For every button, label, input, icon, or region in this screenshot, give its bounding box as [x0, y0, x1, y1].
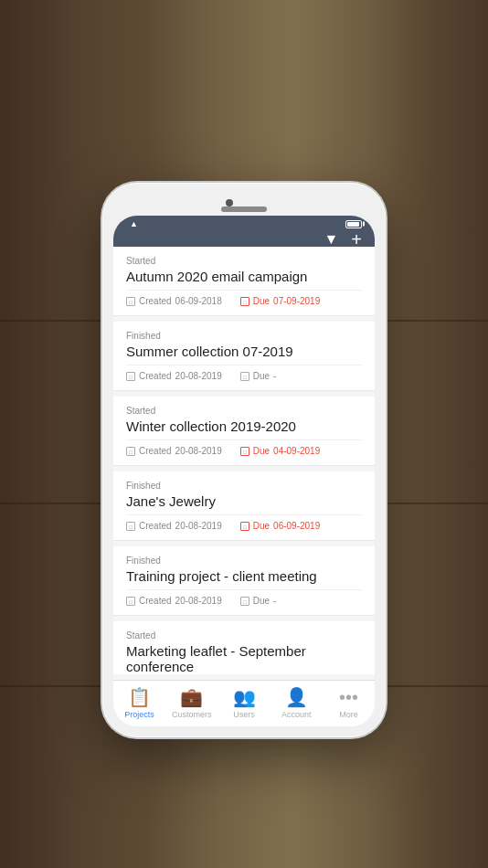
project-item[interactable]: StartedAutumn 2020 email campaign□Create…: [113, 247, 375, 316]
phone-screen: ▲ ▼ + StartedAutumn 202: [113, 216, 375, 726]
due-date: 07-09-2019: [273, 296, 320, 306]
status-carrier: ▲: [126, 219, 138, 228]
project-status: Finished: [126, 331, 362, 341]
tab-icon-account: 👤: [285, 686, 308, 708]
camera: [226, 199, 233, 206]
project-name: Marketing leaflet - September conference: [126, 643, 362, 674]
phone-top-bar: [113, 194, 375, 216]
tab-bar: 📋Projects💼Customers👥Users👤Account•••More: [113, 680, 375, 726]
tab-icon-more: •••: [339, 687, 358, 708]
nav-actions: ▼ +: [324, 229, 362, 250]
project-status: Started: [126, 630, 362, 640]
calendar-icon-due: □: [240, 372, 249, 381]
nav-bar: ▼ +: [113, 232, 375, 247]
tab-label-projects: Projects: [124, 710, 154, 719]
due-label: Due: [253, 596, 270, 606]
project-status: Started: [126, 256, 362, 266]
calendar-icon-due: □: [240, 522, 249, 531]
calendar-icon-created: □: [126, 447, 135, 456]
project-meta: □Created20-08-2019□Due06-09-2019: [126, 514, 362, 531]
created-date: 20-08-2019: [175, 371, 222, 381]
project-status: Finished: [126, 556, 362, 566]
wifi-icon: ▲: [130, 219, 138, 228]
calendar-icon-due: □: [240, 597, 249, 606]
project-meta: □Created20-08-2019□Due-: [126, 365, 362, 381]
calendar-icon-due: □: [240, 447, 249, 456]
battery-icon: [345, 220, 362, 228]
status-battery: [345, 220, 362, 228]
add-project-button[interactable]: +: [351, 229, 362, 250]
calendar-icon-due: □: [240, 297, 249, 306]
project-list: StartedAutumn 2020 email campaign□Create…: [113, 247, 375, 680]
project-name: Winter collection 2019-2020: [126, 418, 362, 434]
due-date: 04-09-2019: [273, 446, 320, 456]
due-date: -: [273, 596, 276, 606]
phone-frame: ▲ ▼ + StartedAutumn 202: [102, 183, 386, 737]
project-item[interactable]: StartedWinter collection 2019-2020□Creat…: [113, 397, 375, 466]
due-date: 06-09-2019: [273, 521, 320, 531]
project-meta: □Created20-08-2019□Due-: [126, 589, 362, 606]
project-meta: □Created06-09-2018□Due07-09-2019: [126, 290, 362, 306]
tab-item-account[interactable]: 👤Account: [271, 686, 323, 719]
project-item[interactable]: FinishedTraining project - client meetin…: [113, 546, 375, 616]
speaker: [221, 206, 267, 212]
created-date: 06-09-2018: [175, 296, 222, 306]
filter-icon[interactable]: ▼: [324, 231, 338, 248]
created-label: Created: [139, 371, 172, 381]
project-item[interactable]: FinishedSummer collection 07-2019□Create…: [113, 322, 375, 391]
project-name: Jane's Jewelry: [126, 493, 362, 509]
calendar-icon-created: □: [126, 297, 135, 306]
project-name: Summer collection 07-2019: [126, 344, 362, 359]
project-meta: □Created20-08-2019□Due04-09-2019: [126, 439, 362, 456]
tab-label-users: Users: [233, 710, 255, 719]
project-status: Finished: [126, 481, 362, 491]
project-status: Started: [126, 406, 362, 416]
tab-icon-projects: 📋: [128, 686, 151, 708]
project-item[interactable]: FinishedJane's Jewelry□Created20-08-2019…: [113, 471, 375, 541]
created-label: Created: [139, 521, 172, 531]
created-date: 20-08-2019: [175, 446, 222, 456]
project-name: Training project - client meeting: [126, 568, 362, 584]
tab-item-projects[interactable]: 📋Projects: [113, 686, 165, 719]
project-item[interactable]: StartedMarketing leaflet - September con…: [113, 621, 375, 674]
calendar-icon-created: □: [126, 597, 135, 606]
created-date: 20-08-2019: [175, 521, 222, 531]
tab-label-account: Account: [281, 710, 312, 719]
calendar-icon-created: □: [126, 522, 135, 531]
calendar-icon-created: □: [126, 372, 135, 381]
due-label: Due: [253, 446, 270, 456]
tab-label-customers: Customers: [172, 710, 212, 719]
tab-icon-customers: 💼: [180, 686, 203, 708]
tab-label-more: More: [339, 710, 358, 719]
created-label: Created: [139, 296, 172, 306]
created-date: 20-08-2019: [175, 596, 222, 606]
due-date: -: [273, 371, 276, 381]
battery-fill: [347, 222, 359, 227]
tab-icon-users: 👥: [233, 686, 256, 708]
tab-item-users[interactable]: 👥Users: [217, 686, 270, 719]
due-label: Due: [253, 296, 270, 306]
tab-item-customers[interactable]: 💼Customers: [165, 686, 217, 719]
tab-item-more[interactable]: •••More: [323, 687, 375, 719]
created-label: Created: [139, 446, 172, 456]
created-label: Created: [139, 596, 172, 606]
due-label: Due: [253, 371, 270, 381]
due-label: Due: [253, 521, 270, 531]
project-name: Autumn 2020 email campaign: [126, 269, 362, 284]
